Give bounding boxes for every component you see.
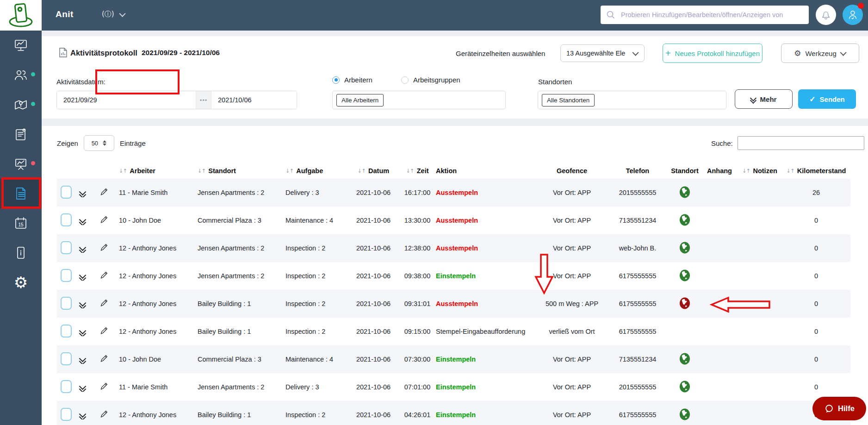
sidebar-item-activity-log[interactable]: [0, 179, 42, 208]
column-header-aufgabe-2[interactable]: ↓↑Aufgabe: [285, 167, 348, 175]
more-label: Mehr: [760, 95, 777, 103]
row-checkbox[interactable]: [61, 241, 72, 254]
expand-row-icon[interactable]: [80, 245, 85, 253]
cell-phone: 6175555555: [607, 411, 668, 419]
workers-chip[interactable]: Alle Arbeitern: [336, 94, 384, 106]
locations-filter-input[interactable]: Alle Standorten: [538, 91, 726, 109]
add-protocol-button[interactable]: + Neues Protokoll hinzufügen: [663, 44, 763, 63]
cell-action: Ausstempeln: [436, 217, 537, 224]
entries-label: Einträge: [120, 139, 146, 147]
row-checkbox[interactable]: [61, 380, 72, 393]
column-label: Anhang: [707, 167, 732, 175]
edit-pencil-icon[interactable]: [99, 410, 108, 419]
more-filters-button[interactable]: Mehr: [735, 89, 793, 109]
worker-filter-radios: Arbeitern Arbeitsgruppen: [332, 76, 460, 84]
edit-pencil-icon[interactable]: [99, 326, 108, 335]
edit-pencil-icon[interactable]: [99, 243, 108, 252]
edit-pencil-icon[interactable]: [99, 382, 108, 391]
language-selector[interactable]: (ⓘ): [102, 10, 125, 19]
sidebar-item-tracking[interactable]: [0, 90, 42, 119]
sidebar-item-calendar[interactable]: 15: [0, 208, 42, 238]
sidebar-item-settings[interactable]: ⚙: [0, 268, 42, 297]
expand-row-icon[interactable]: [80, 217, 85, 225]
cell-location-status: [668, 186, 701, 200]
map-globe-icon-green[interactable]: [679, 408, 691, 421]
show-label: Zeigen: [57, 139, 78, 147]
expand-row-icon[interactable]: [80, 384, 85, 392]
row-checkbox[interactable]: [61, 213, 72, 226]
row-checkbox[interactable]: [61, 408, 72, 421]
cell-task: Delivery : 3: [285, 189, 348, 196]
cell-geofence: Vor Ort: APP: [537, 217, 607, 224]
map-globe-icon-green[interactable]: [679, 186, 691, 199]
column-header-standort-1[interactable]: ↓↑Standort: [198, 167, 285, 175]
help-button[interactable]: Hilfe: [812, 397, 866, 420]
date-from-input[interactable]: [57, 91, 196, 109]
workers-filter-input[interactable]: Alle Arbeitern: [332, 91, 506, 109]
cell-worker: 12 - Anthony Jones: [119, 300, 198, 307]
topbar: Anit (ⓘ): [42, 0, 868, 31]
column-header-zeit-4[interactable]: ↓↑Zeit: [399, 167, 436, 175]
column-label: Geofence: [557, 167, 587, 175]
date-range-picker: •••: [56, 91, 297, 109]
map-globe-icon-green[interactable]: [679, 269, 691, 282]
cell-site: Jensen Apartments : 2: [198, 272, 285, 280]
edit-pencil-icon[interactable]: [99, 215, 108, 224]
column-header-datum-3[interactable]: ↓↑Datum: [348, 167, 399, 175]
map-globe-icon-green[interactable]: [679, 213, 691, 226]
sidebar-item-devices[interactable]: [0, 238, 42, 268]
sidebar-item-schedule[interactable]: [0, 119, 42, 149]
cell-geofence: Vor Ort: APP: [537, 244, 607, 252]
cell-date: 2021-10-06: [348, 272, 399, 280]
expand-row-icon[interactable]: [80, 356, 85, 364]
table-row-6: 12 - Anthony JonesBailey Building : 1Ins…: [57, 318, 850, 345]
row-checkbox[interactable]: [61, 269, 72, 282]
cell-site: Commercial Plaza : 3: [198, 217, 285, 224]
edit-pencil-icon[interactable]: [99, 188, 108, 196]
sidebar-item-dashboard[interactable]: [0, 31, 42, 60]
sidebar-item-reports[interactable]: [0, 149, 42, 179]
notifications-button[interactable]: [816, 5, 836, 25]
table-row-3: 12 - Anthony JonesJensen Apartments : 2I…: [57, 234, 850, 262]
map-globe-icon-red[interactable]: [679, 297, 691, 310]
date-to-input[interactable]: [211, 91, 297, 109]
expand-row-icon[interactable]: [80, 273, 85, 281]
edit-pencil-icon[interactable]: [99, 354, 108, 363]
expand-row-icon[interactable]: [80, 189, 85, 197]
row-checkbox[interactable]: [61, 352, 72, 365]
sort-icon: ↓↑: [285, 168, 293, 174]
sidebar-item-workers[interactable]: [0, 60, 42, 90]
page-size-select[interactable]: 50: [84, 135, 114, 151]
app-window: Anit (ⓘ) 15⚙: [0, 0, 868, 425]
notification-dot: [858, 3, 864, 9]
locations-chip[interactable]: Alle Standorten: [542, 94, 595, 106]
cell-site: Commercial Plaza : 3: [198, 356, 285, 363]
global-search-input[interactable]: [620, 11, 809, 19]
column-header-notizen-10[interactable]: ↓↑Notizen: [738, 167, 782, 175]
column-header-arbeiter-0[interactable]: ↓↑Arbeiter: [119, 167, 198, 175]
column-header-geofence-6: Geofence: [537, 167, 607, 175]
map-globe-icon-green[interactable]: [679, 352, 691, 365]
tools-button[interactable]: ⚙ Werkzeug: [781, 44, 859, 63]
expand-row-icon[interactable]: [80, 328, 85, 336]
page-size-control: Zeigen 50 Einträge: [57, 135, 146, 151]
map-globe-icon-green[interactable]: [679, 241, 691, 254]
map-globe-icon-green[interactable]: [679, 380, 691, 393]
row-checkbox[interactable]: [61, 186, 72, 199]
edit-pencil-icon[interactable]: [99, 271, 108, 280]
radio-workers[interactable]: Arbeitern: [332, 76, 372, 84]
table-search-input[interactable]: [738, 136, 864, 150]
row-checkbox[interactable]: [61, 297, 72, 310]
edit-pencil-icon[interactable]: [99, 299, 108, 307]
expand-row-icon[interactable]: [80, 412, 85, 419]
row-checkbox[interactable]: [61, 325, 72, 338]
cell-geofence: Vor Ort: APP: [537, 411, 607, 419]
radio-workgroups[interactable]: Arbeitsgruppen: [401, 76, 460, 84]
app-logo[interactable]: [0, 0, 42, 31]
send-button[interactable]: ✓ Senden: [798, 89, 856, 109]
device-select-dropdown[interactable]: 13 Ausgewählte Ele: [560, 44, 645, 62]
expand-row-icon[interactable]: [80, 300, 85, 308]
column-header-kilometerstand-11[interactable]: ↓↑Kilometerstand: [782, 167, 850, 175]
cell-task: Delivery : 3: [285, 383, 348, 391]
column-label: Standort: [208, 167, 236, 175]
